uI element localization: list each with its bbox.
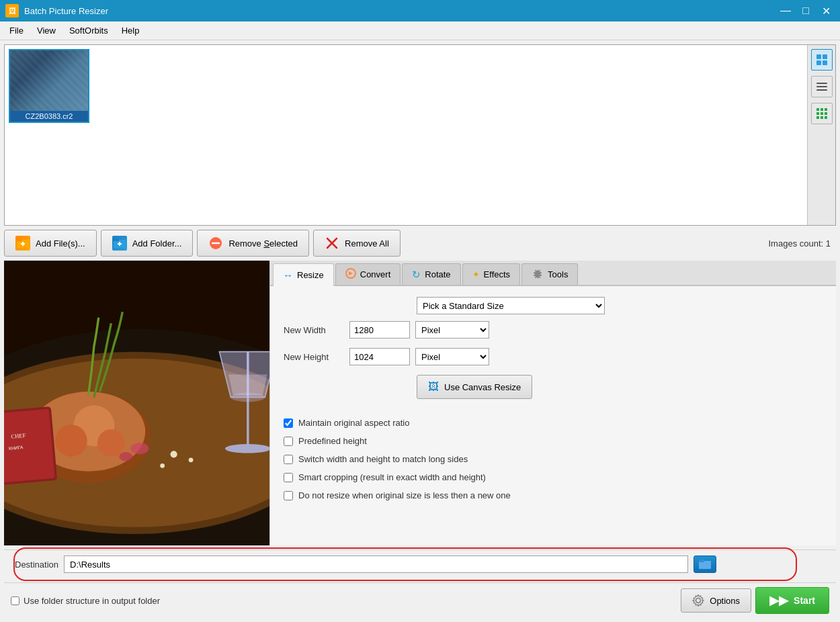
- resize-tab-content: Pick a Standard Size New Width Pixel Per…: [270, 286, 836, 545]
- remove-all-label: Remove All: [345, 238, 389, 249]
- tab-rotate[interactable]: ↻ Rotate: [402, 263, 460, 285]
- svg-rect-0: [816, 54, 821, 59]
- close-button[interactable]: ✕: [817, 2, 835, 19]
- svg-point-46: [171, 451, 177, 457]
- svg-rect-2: [816, 60, 821, 65]
- new-width-input[interactable]: [349, 321, 410, 339]
- use-folder-structure-checkbox[interactable]: [11, 596, 19, 605]
- tab-resize[interactable]: ↔ Resize: [273, 263, 334, 286]
- settings-panel: ↔ Resize Convert ↻ Rotate: [269, 261, 836, 545]
- checkbox-no-enlarge: Do not resize when original size is less…: [284, 490, 823, 500]
- bottom-right-buttons: Options ▶▶ Start: [681, 587, 829, 614]
- tab-tools[interactable]: Tools: [521, 263, 578, 285]
- add-files-label: Add File(s)...: [36, 238, 85, 249]
- maximize-button[interactable]: □: [797, 2, 814, 19]
- tab-convert[interactable]: Convert: [335, 263, 401, 285]
- remove-selected-button[interactable]: Remove Selected: [197, 230, 309, 257]
- effects-tab-label: Effects: [484, 269, 511, 279]
- list-view-icon: [816, 81, 828, 93]
- list-view-button[interactable]: [811, 76, 833, 97]
- menu-softorbits[interactable]: SoftOrbits: [62, 23, 115, 38]
- add-folder-icon: [112, 236, 127, 251]
- height-unit-select[interactable]: Pixel Percent Inch: [415, 348, 489, 365]
- checkbox-maintain-ratio: Maintain original aspect ratio: [284, 418, 823, 428]
- app-icon: 🖼: [5, 4, 19, 17]
- svg-point-35: [55, 425, 87, 456]
- file-list-area: CZ2B0383.cr2: [4, 44, 836, 226]
- remove-all-button[interactable]: Remove All: [313, 230, 401, 257]
- rotate-tab-label: Rotate: [425, 269, 450, 279]
- food-svg: CHEF КНИГА: [4, 261, 269, 545]
- file-name-label: CZ2B0383.cr2: [10, 111, 88, 122]
- svg-rect-21: [114, 238, 119, 241]
- use-folder-structure-label[interactable]: Use folder structure in output folder: [24, 596, 160, 606]
- minimize-button[interactable]: —: [777, 2, 794, 19]
- tab-effects[interactable]: ✦ Effects: [462, 263, 521, 285]
- bottom-bar: Use folder structure in output folder Op…: [4, 582, 836, 618]
- file-list-sidebar: [807, 45, 835, 225]
- remove-all-icon: [325, 236, 339, 251]
- svg-rect-13: [816, 116, 819, 119]
- list-item[interactable]: CZ2B0383.cr2: [9, 49, 89, 123]
- canvas-resize-icon: 🖼: [428, 381, 439, 393]
- window-title: Batch Picture Resizer: [24, 6, 108, 16]
- main-content: CZ2B0383.cr2: [0, 40, 840, 622]
- predefined-height-label[interactable]: Predefined height: [298, 436, 367, 446]
- smart-crop-checkbox[interactable]: [284, 473, 293, 482]
- convert-tab-label: Convert: [360, 269, 391, 279]
- new-height-label: New Height: [284, 352, 344, 362]
- resize-tab-icon: ↔: [283, 269, 293, 281]
- svg-rect-6: [816, 89, 827, 91]
- svg-point-50: [119, 452, 132, 461]
- svg-rect-11: [821, 112, 823, 115]
- title-bar-left: 🖼 Batch Picture Resizer: [5, 4, 108, 17]
- svg-point-36: [97, 429, 125, 457]
- destination-input[interactable]: [64, 556, 688, 573]
- new-height-input[interactable]: [349, 348, 410, 365]
- menu-help[interactable]: Help: [115, 23, 146, 38]
- tools-tab-label: Tools: [548, 269, 568, 279]
- options-button[interactable]: Options: [681, 588, 751, 613]
- maintain-ratio-checkbox[interactable]: [284, 418, 293, 428]
- grid-view-button[interactable]: [811, 103, 833, 124]
- use-folder-structure-row: Use folder structure in output folder: [11, 596, 160, 606]
- checkbox-switch-dimensions: Switch width and height to match long si…: [284, 454, 823, 464]
- width-unit-select[interactable]: Pixel Percent Inch: [415, 321, 489, 339]
- remove-selected-icon: [208, 236, 223, 251]
- thumbnail-view-button[interactable]: [811, 49, 833, 71]
- add-files-button[interactable]: Add File(s)...: [4, 230, 97, 257]
- menu-view[interactable]: View: [30, 23, 62, 38]
- add-files-icon: [15, 236, 30, 251]
- options-label: Options: [710, 596, 740, 606]
- smart-crop-label[interactable]: Smart cropping (result in exact width an…: [298, 472, 486, 482]
- svg-rect-7: [816, 108, 819, 111]
- switch-dimensions-checkbox[interactable]: [284, 455, 293, 464]
- file-list-main[interactable]: CZ2B0383.cr2: [5, 45, 807, 225]
- switch-dimensions-label[interactable]: Switch width and height to match long si…: [298, 454, 468, 464]
- thumbnail-pattern: [10, 50, 88, 111]
- svg-rect-5: [816, 86, 827, 87]
- add-folder-label: Add Folder...: [132, 238, 182, 249]
- menu-file[interactable]: File: [3, 23, 30, 38]
- preview-area: CHEF КНИГА: [4, 261, 269, 545]
- predefined-height-checkbox[interactable]: [284, 437, 293, 446]
- svg-rect-15: [825, 116, 827, 119]
- grid-view-icon: [816, 107, 828, 120]
- destination-browse-button[interactable]: [694, 556, 716, 573]
- svg-rect-3: [823, 60, 827, 65]
- images-count: Images count: 1: [769, 238, 837, 249]
- start-button[interactable]: ▶▶ Start: [755, 587, 829, 614]
- svg-point-55: [696, 598, 701, 603]
- standard-size-select[interactable]: Pick a Standard Size: [417, 297, 605, 314]
- checkbox-smart-crop: Smart cropping (result in exact width an…: [284, 472, 823, 482]
- no-enlarge-label[interactable]: Do not resize when original size is less…: [298, 490, 511, 500]
- file-thumbnail: [10, 50, 88, 111]
- svg-rect-9: [825, 108, 827, 111]
- canvas-resize-button[interactable]: 🖼 Use Canvas Resize: [417, 375, 532, 399]
- preview-image: CHEF КНИГА: [4, 261, 269, 545]
- tools-tab-icon: [532, 269, 544, 281]
- toolbar: Add File(s)... Add Folder... Remove Se: [4, 230, 836, 257]
- no-enlarge-checkbox[interactable]: [284, 491, 293, 500]
- add-folder-button[interactable]: Add Folder...: [101, 230, 194, 257]
- maintain-ratio-label[interactable]: Maintain original aspect ratio: [298, 418, 409, 428]
